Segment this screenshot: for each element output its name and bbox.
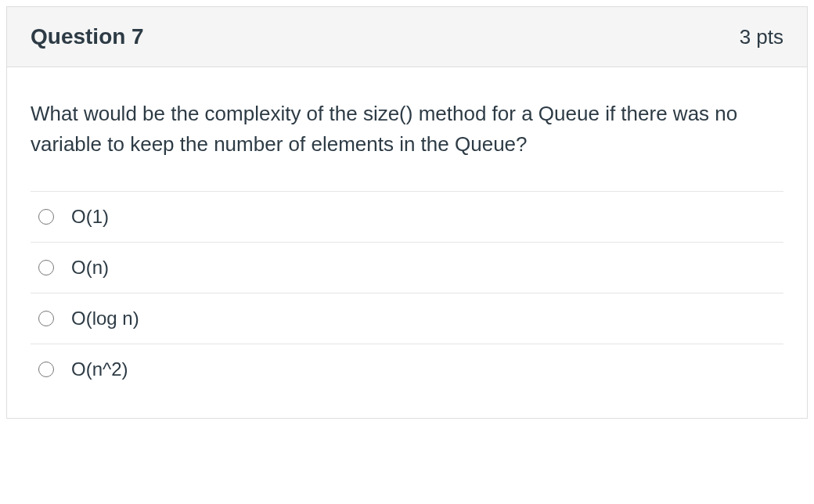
question-title: Question 7 <box>31 24 144 49</box>
question-header: Question 7 3 pts <box>7 7 807 67</box>
answer-label: O(1) <box>71 206 109 228</box>
answer-option[interactable]: O(log n) <box>31 293 783 344</box>
answer-label: O(n) <box>71 257 109 279</box>
answer-radio-1[interactable] <box>38 260 54 275</box>
answer-label: O(log n) <box>71 308 139 329</box>
question-card: Question 7 3 pts What would be the compl… <box>6 6 808 419</box>
answer-radio-3[interactable] <box>38 362 54 377</box>
answer-radio-2[interactable] <box>38 311 54 326</box>
answer-label: O(n^2) <box>71 358 128 380</box>
answer-radio-0[interactable] <box>38 209 54 225</box>
answer-option[interactable]: O(n) <box>31 242 783 293</box>
answer-option[interactable]: O(n^2) <box>31 344 783 394</box>
question-body: What would be the complexity of the size… <box>7 67 807 418</box>
question-prompt: What would be the complexity of the size… <box>31 99 783 160</box>
answers-list: O(1) O(n) O(log n) O(n^2) <box>31 191 783 394</box>
question-points: 3 pts <box>740 25 783 49</box>
answer-option[interactable]: O(1) <box>31 191 783 242</box>
